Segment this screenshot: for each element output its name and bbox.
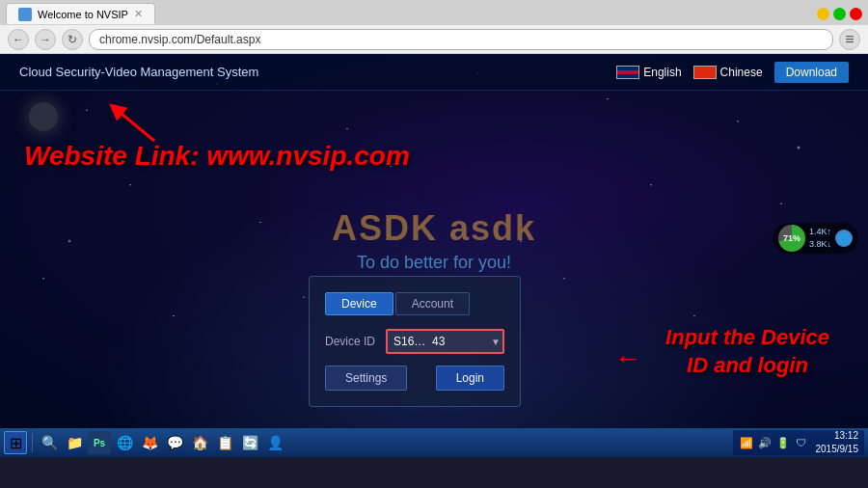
taskbar-sep-1 <box>32 433 33 452</box>
browser-window: Welcome to NVSIP ✕ ← → ↻ chrome.nvsip.co… <box>0 0 868 54</box>
chinese-label: Chinese <box>720 66 763 79</box>
login-button[interactable]: Login <box>436 366 504 391</box>
flag-cn-icon <box>693 66 717 79</box>
network-indicator: 71% 1.4K↑ 3.8K↓ 🌐 <box>773 223 858 254</box>
taskbar-icon-user[interactable]: 👤 <box>263 431 286 454</box>
settings-button[interactable]: Settings <box>325 366 407 391</box>
refresh-button[interactable]: ↻ <box>62 29 83 50</box>
svg-line-1 <box>116 109 154 141</box>
close-button[interactable] <box>850 8 862 20</box>
taskbar-icon-folder[interactable]: 📁 <box>63 431 86 454</box>
watermark-title: ASDK asdk <box>332 208 536 249</box>
english-label: English <box>643 66 681 79</box>
site-logo: Cloud Security-Video Management System <box>19 65 258 79</box>
menu-button[interactable]: ≡ <box>839 29 860 50</box>
taskbar: ⊞ 🔍 📁 Ps 🌐 🦊 💬 🏠 📋 🔄 👤 📶 🔊 🔋 🛡 13:12 201… <box>0 428 868 457</box>
taskbar-icon-chrome[interactable]: 🌐 <box>113 431 136 454</box>
clock-time: 13:12 <box>816 429 859 443</box>
url-bar[interactable]: chrome.nvsip.com/Default.aspx <box>89 29 833 50</box>
login-panel: Device Account Device ID ▼ Settings Logi… <box>309 276 521 407</box>
tab-title: Welcome to NVSIP <box>38 9 128 20</box>
taskbar-icon-firefox[interactable]: 🦊 <box>138 431 161 454</box>
taskbar-icon-home[interactable]: 🏠 <box>188 431 211 454</box>
window-controls <box>817 8 862 20</box>
download-button[interactable]: Download <box>774 62 849 83</box>
network-percent: 71% <box>783 233 800 243</box>
website-arrow-icon <box>106 104 164 143</box>
tab-bar: Welcome to NVSIP ✕ <box>0 0 868 25</box>
tab-favicon <box>18 8 32 21</box>
header-right: English Chinese Download <box>616 62 849 83</box>
system-tray: 📶 🔊 🔋 🛡 13:12 2015/9/15 <box>733 430 865 455</box>
panel-tabs: Device Account <box>325 292 504 315</box>
network-circle: 71% <box>778 225 805 252</box>
clock-date: 2015/9/15 <box>816 443 859 456</box>
taskbar-icon-notes[interactable]: 📋 <box>213 431 236 454</box>
taskbar-icon-ps[interactable]: Ps <box>88 431 111 454</box>
english-lang-button[interactable]: English <box>616 66 681 79</box>
maximize-button[interactable] <box>833 8 846 20</box>
taskbar-icon-refresh[interactable]: 🔄 <box>238 431 261 454</box>
system-clock: 13:12 2015/9/15 <box>816 429 859 456</box>
tray-battery-icon: 🔋 <box>775 435 791 450</box>
device-id-field-row: Device ID ▼ <box>325 329 504 354</box>
device-id-input[interactable] <box>386 329 504 354</box>
flag-en-icon <box>616 66 639 79</box>
input-annotation: Input the Device ID and login <box>665 324 829 379</box>
panel-buttons: Settings Login <box>325 366 504 391</box>
moon-decoration <box>29 102 58 131</box>
website-link-annotation: Website Link: www.nvsip.com <box>24 141 410 172</box>
address-bar-row: ← → ↻ chrome.nvsip.com/Default.aspx ≡ <box>0 25 868 54</box>
url-text: chrome.nvsip.com/Default.aspx <box>99 33 260 46</box>
watermark-subtitle: To do better for you! <box>332 253 536 273</box>
tray-network-icon: 📶 <box>739 435 754 450</box>
taskbar-icon-search[interactable]: 🔍 <box>38 431 61 454</box>
taskbar-icon-chat[interactable]: 💬 <box>163 431 186 454</box>
site-header: Cloud Security-Video Management System E… <box>0 54 868 91</box>
tray-volume-icon: 🔊 <box>757 435 773 450</box>
forward-button[interactable]: → <box>35 29 56 50</box>
website-background: Cloud Security-Video Management System E… <box>0 54 868 428</box>
download-speed: 3.8K↓ <box>809 238 831 251</box>
upload-speed: 1.4K↑ <box>809 226 831 238</box>
device-id-label: Device ID <box>325 335 378 348</box>
input-arrow-icon: ← <box>614 343 641 374</box>
tab-device[interactable]: Device <box>325 292 393 315</box>
back-button[interactable]: ← <box>8 29 29 50</box>
tab-close-button[interactable]: ✕ <box>134 8 143 20</box>
minimize-button[interactable] <box>817 8 829 20</box>
watermark: ASDK asdk To do better for you! <box>332 208 536 273</box>
tab-account[interactable]: Account <box>395 292 470 315</box>
browser-tab[interactable]: Welcome to NVSIP ✕ <box>6 3 155 24</box>
network-icon: 🌐 <box>835 230 853 247</box>
dropdown-arrow-icon: ▼ <box>491 337 501 347</box>
start-button[interactable]: ⊞ <box>4 431 27 454</box>
chinese-lang-button[interactable]: Chinese <box>693 66 763 79</box>
tray-security-icon: 🛡 <box>794 435 809 450</box>
network-speeds: 1.4K↑ 3.8K↓ <box>809 226 831 250</box>
device-id-input-wrap: ▼ <box>386 329 504 354</box>
